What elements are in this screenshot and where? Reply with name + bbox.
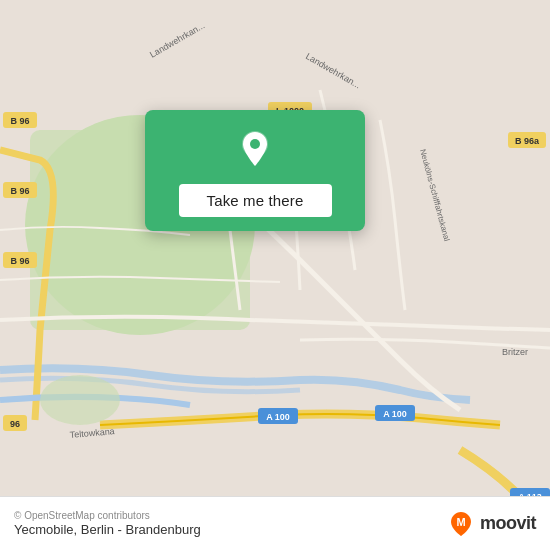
copyright-text: © OpenStreetMap contributors [14,510,201,521]
map-background: B 96 B 96 B 96 96 L 1000 B 96a A 100 A 1… [0,0,550,550]
svg-text:A 100: A 100 [266,412,290,422]
svg-text:B 96a: B 96a [515,136,540,146]
app-title: Yecmobile, Berlin - Brandenburg [14,522,201,537]
svg-text:Britzer: Britzer [502,347,528,357]
bottom-bar: © OpenStreetMap contributors Yecmobile, … [0,496,550,550]
svg-text:M: M [456,516,465,528]
svg-point-3 [40,375,120,425]
bottom-bar-left: © OpenStreetMap contributors Yecmobile, … [14,510,201,537]
svg-point-28 [250,139,260,149]
svg-text:B 96: B 96 [10,116,29,126]
moovit-icon: M [447,510,475,538]
location-pin-icon [233,128,277,172]
moovit-logo: M moovit [447,510,536,538]
svg-text:B 96: B 96 [10,256,29,266]
map-container: B 96 B 96 B 96 96 L 1000 B 96a A 100 A 1… [0,0,550,550]
moovit-brand-text: moovit [480,513,536,534]
svg-text:A 100: A 100 [383,409,407,419]
svg-text:B 96: B 96 [10,186,29,196]
svg-text:96: 96 [10,419,20,429]
location-card: Take me there [145,110,365,231]
take-me-there-button[interactable]: Take me there [179,184,332,217]
